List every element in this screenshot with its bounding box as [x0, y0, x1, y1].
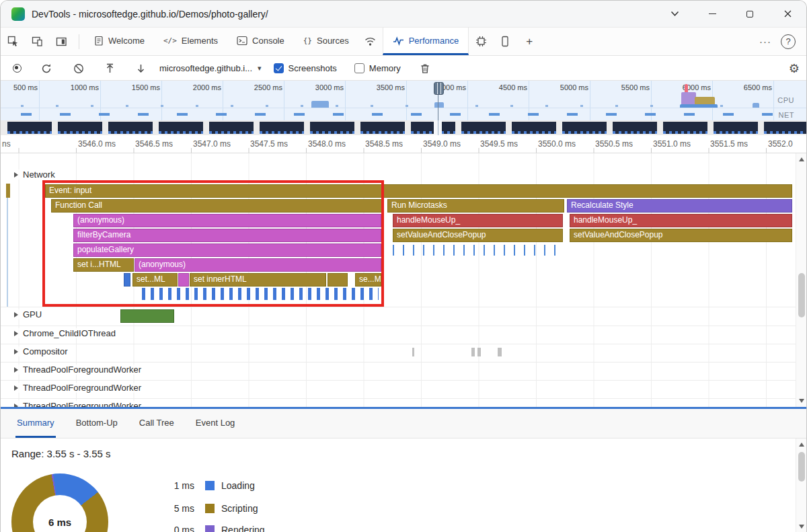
- track-gpu[interactable]: GPU: [14, 309, 46, 319]
- tab-performance[interactable]: Performance: [383, 28, 469, 55]
- flame-bar-label: handleMouseUp_: [574, 215, 637, 225]
- flame-bar-set-innerhtml[interactable]: set innerHTML: [190, 273, 326, 287]
- flame-bar-filterbycamera[interactable]: filterByCamera: [73, 229, 381, 242]
- track-chrome-childiothread[interactable]: Chrome_ChildIOThread: [14, 328, 120, 338]
- device-emulation-icon[interactable]: [25, 28, 49, 55]
- filmstrip-thumbnail[interactable]: [461, 122, 506, 134]
- record-button[interactable]: [9, 61, 25, 77]
- minimize-button[interactable]: [693, 1, 731, 27]
- reload-and-record-button[interactable]: [38, 61, 54, 77]
- flame-bar-recalculate-style[interactable]: Recalculate Style: [567, 199, 792, 213]
- memory-checkbox[interactable]: Memory: [354, 63, 401, 73]
- filmstrip-thumbnail[interactable]: [411, 122, 455, 134]
- flame-bar-set-innerhtml-short[interactable]: set i...HTML: [73, 258, 134, 272]
- scroll-down-arrow[interactable]: [799, 399, 804, 403]
- flame-bar-setvalueandclosepopup[interactable]: setValueAndClosePopup: [570, 229, 792, 242]
- track-label-text: ThreadPoolForegroundWorker: [23, 365, 141, 375]
- flame-bar-mini[interactable]: [124, 273, 130, 287]
- tab-elements[interactable]: </> Elements: [154, 28, 227, 55]
- flame-bar-run-microtasks[interactable]: Run Microtasks: [387, 199, 564, 213]
- scroll-down-arrow[interactable]: [799, 525, 804, 529]
- filmstrip-thumbnail[interactable]: [58, 122, 102, 134]
- scrollbar-thumb[interactable]: [798, 452, 805, 482]
- flame-bar-se-ml[interactable]: se...ML: [355, 273, 381, 287]
- add-tab-button[interactable]: +: [517, 28, 541, 55]
- flame-bar-handlemouseup[interactable]: handleMouseUp_: [393, 214, 563, 227]
- flame-bar-setvalueandclosepopup[interactable]: setValueAndClosePopup: [393, 229, 563, 242]
- dock-chevron-button[interactable]: [656, 1, 693, 27]
- timeline-scrubber-handle[interactable]: [434, 82, 444, 95]
- track-network[interactable]: Network: [14, 169, 59, 180]
- filmstrip-thumbnail[interactable]: [310, 122, 354, 134]
- filmstrip-thumbnail[interactable]: [260, 122, 304, 134]
- track-separator: [1, 380, 806, 381]
- screenshots-label: Screenshots: [289, 63, 337, 73]
- tab-sources[interactable]: {} Sources: [294, 28, 358, 55]
- detail-time-ruler[interactable]: ns 3546.0 ms 3546.5 ms 3547.0 ms 3547.5 …: [1, 135, 806, 153]
- filmstrip-thumbnail[interactable]: [663, 122, 707, 134]
- track-threadpool-1[interactable]: ThreadPoolForegroundWorker: [14, 365, 145, 375]
- page-selector-caret-icon[interactable]: ▾: [258, 64, 262, 73]
- maximize-button[interactable]: [731, 1, 769, 27]
- filmstrip-thumbnail[interactable]: [7, 122, 52, 134]
- flame-bar-set-ml[interactable]: set...ML: [132, 273, 178, 287]
- legend-row-rendering: 0 ms Rendering: [162, 525, 265, 532]
- flame-scrollbar[interactable]: [796, 153, 806, 407]
- flame-bar-label: Recalculate Style: [571, 200, 633, 210]
- filmstrip-thumbnail[interactable]: [764, 122, 806, 134]
- legend-label: Rendering: [221, 525, 265, 532]
- flame-bar-anonymous[interactable]: (anonymous): [73, 214, 381, 227]
- flame-bar-function-call[interactable]: Function Call: [51, 199, 383, 213]
- ruler-label: 3546.0 ms: [78, 139, 116, 149]
- filmstrip-thumbnail[interactable]: [159, 122, 203, 134]
- filmstrip-thumbnail[interactable]: [209, 122, 254, 134]
- save-profile-button[interactable]: [132, 61, 149, 77]
- tab-call-tree[interactable]: Call Tree: [138, 409, 176, 438]
- page-selector-dropdown[interactable]: microsoftedge.github.i...: [159, 63, 252, 73]
- screenshots-checkbox[interactable]: Screenshots: [274, 63, 337, 73]
- trash-button[interactable]: [417, 61, 433, 77]
- cpu-chip-icon[interactable]: [469, 28, 493, 55]
- filmstrip-thumbnail[interactable]: [714, 122, 758, 134]
- filmstrip-thumbnail[interactable]: [613, 122, 657, 134]
- help-button[interactable]: ?: [781, 34, 796, 49]
- tab-summary[interactable]: Summary: [15, 409, 56, 438]
- flame-bar-mini[interactable]: [178, 273, 189, 287]
- summary-scrollbar[interactable]: [796, 439, 806, 532]
- close-button[interactable]: [769, 1, 806, 27]
- tab-console[interactable]: Console: [227, 28, 294, 55]
- flame-bar-populategallery[interactable]: populateGallery: [73, 243, 381, 257]
- scroll-up-arrow[interactable]: [799, 157, 804, 161]
- capture-settings-gear-icon[interactable]: ⚙: [789, 61, 800, 76]
- filmstrip-thumbnail[interactable]: [562, 122, 607, 134]
- scrollbar-thumb[interactable]: [798, 273, 805, 317]
- inspect-element-icon[interactable]: [1, 28, 25, 55]
- compositor-mark: [498, 348, 502, 356]
- track-label-text: Network: [23, 169, 55, 180]
- flame-bar-anonymous[interactable]: (anonymous): [134, 258, 381, 272]
- flame-bar-handlemouseup[interactable]: handleMouseUp_: [570, 214, 792, 227]
- track-threadpool-3[interactable]: ThreadPoolForegroundWorker: [14, 401, 145, 407]
- overview-time-label: 5000 ms: [537, 83, 588, 91]
- tab-bottom-up[interactable]: Bottom-Up: [75, 409, 119, 438]
- track-threadpool-2[interactable]: ThreadPoolForegroundWorker: [14, 383, 145, 393]
- clear-recording-button[interactable]: [71, 61, 87, 77]
- track-compositor[interactable]: Compositor: [14, 346, 71, 356]
- gpu-activity-bar[interactable]: [120, 309, 174, 323]
- load-profile-button[interactable]: [102, 61, 118, 77]
- scroll-up-arrow[interactable]: [799, 443, 804, 447]
- flame-bar-event-input[interactable]: Event: input: [45, 184, 792, 198]
- more-tools-button[interactable]: ···: [753, 36, 778, 47]
- focus-page-icon[interactable]: [49, 28, 73, 55]
- timeline-overview[interactable]: 500 ms 1000 ms 1500 ms 2000 ms 2500 ms 3…: [1, 81, 806, 120]
- filmstrip-thumbnail[interactable]: [108, 122, 153, 134]
- flame-bar-mini[interactable]: [328, 273, 348, 287]
- tab-welcome[interactable]: Welcome: [85, 28, 154, 55]
- overview-time-label: 1000 ms: [48, 83, 99, 91]
- network-wifi-icon[interactable]: [358, 28, 383, 55]
- tab-event-log[interactable]: Event Log: [194, 409, 237, 438]
- filmstrip-thumbnail[interactable]: [360, 122, 405, 134]
- device-frame-icon[interactable]: [493, 28, 517, 55]
- scripting-color-swatch: [205, 504, 215, 513]
- filmstrip-thumbnail[interactable]: [512, 122, 556, 134]
